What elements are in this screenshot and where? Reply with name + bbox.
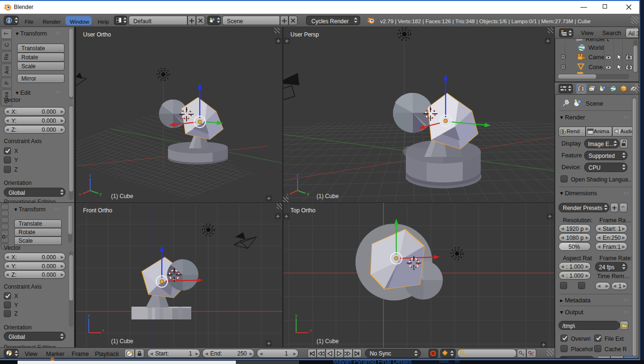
svg-text:(1) Cube: (1) Cube: [317, 193, 339, 200]
svg-text:(1) Cube: (1) Cube: [111, 338, 133, 345]
svg-text:z: z: [297, 173, 299, 178]
svg-text:User Ortho: User Ortho: [83, 31, 111, 38]
svg-text:z: z: [88, 313, 90, 318]
svg-text:x: x: [286, 192, 289, 197]
svg-text:User Persp: User Persp: [290, 31, 319, 38]
svg-text:x: x: [309, 328, 312, 333]
svg-text:Front Ortho: Front Ortho: [83, 207, 112, 214]
svg-text:(1) Cube: (1) Cube: [111, 193, 133, 200]
svg-text:x: x: [79, 192, 81, 197]
svg-text:y: y: [100, 191, 102, 196]
svg-text:Top Ortho: Top Ortho: [290, 207, 316, 214]
svg-text:(1) Cube: (1) Cube: [317, 338, 339, 345]
svg-text:z: z: [89, 173, 92, 178]
svg-text:y: y: [295, 313, 298, 318]
svg-text:y: y: [307, 191, 309, 196]
svg-text:x: x: [102, 328, 104, 333]
